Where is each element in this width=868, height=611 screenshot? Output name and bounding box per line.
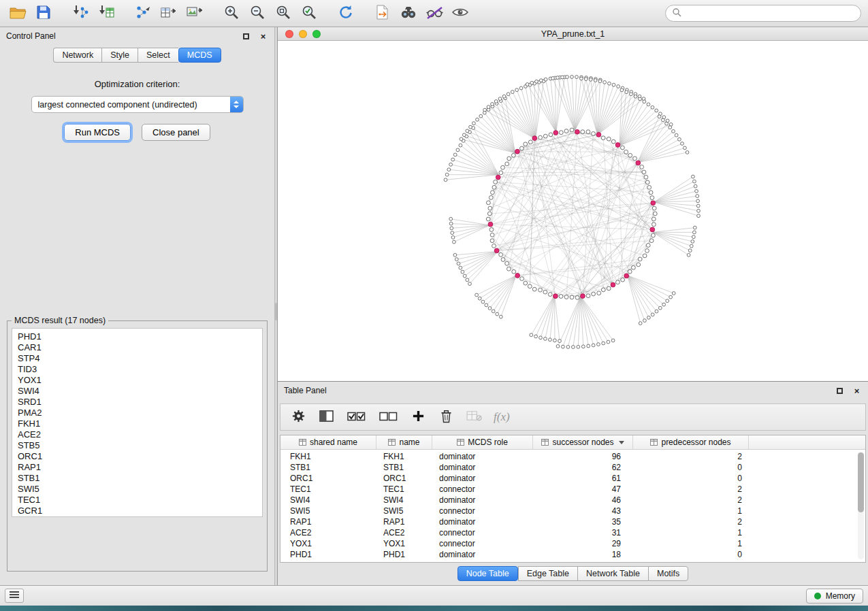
zoom-in-button[interactable]	[221, 3, 242, 24]
table-row[interactable]: ORC1ORC1dominator610	[280, 473, 865, 484]
export-image-button[interactable]	[184, 3, 206, 24]
export-table-button[interactable]	[158, 3, 180, 24]
search-all-button[interactable]	[398, 3, 419, 24]
column-header-MCDS-role[interactable]: MCDS role	[432, 435, 533, 449]
tab-select[interactable]: Select	[138, 48, 178, 63]
table-scrollbar-thumb[interactable]	[858, 452, 864, 512]
result-item[interactable]: PMA2	[18, 408, 262, 418]
tab-node-table[interactable]: Node Table	[457, 566, 518, 581]
network-window-titlebar[interactable]: YPA_prune.txt_1	[278, 27, 868, 41]
table-row[interactable]: YOX1YOX1connector291	[280, 538, 865, 549]
table-row[interactable]: PHD1PHD1dominator180	[280, 549, 865, 560]
table-row[interactable]: SWI4SWI4dominator462	[280, 495, 865, 506]
traffic-green[interactable]	[312, 30, 321, 38]
toolbar-group-export	[132, 3, 206, 24]
search-input[interactable]	[685, 9, 854, 18]
table-row[interactable]: ACE2ACE2connector311	[280, 527, 865, 538]
import-table-icon	[97, 4, 115, 22]
result-item[interactable]: RAP1	[18, 462, 262, 473]
select-all-button[interactable]	[346, 409, 366, 425]
run-mcds-button[interactable]: Run MCDS	[64, 124, 131, 141]
mcds-result-list[interactable]: PHD1CAR1STP4TID3YOX1SWI4SRD1PMA2FKH1ACE2…	[12, 328, 263, 517]
share-file-button[interactable]	[372, 3, 393, 24]
result-item[interactable]: STB5	[18, 440, 262, 451]
panel-menu-button[interactable]	[5, 589, 24, 603]
column-header-name[interactable]: name	[376, 435, 432, 449]
result-item[interactable]: PHD1	[18, 331, 262, 342]
result-item[interactable]: TID3	[18, 364, 262, 375]
table-row[interactable]: STB1STB1dominator620	[280, 462, 865, 473]
result-item[interactable]: SWI5	[18, 484, 262, 495]
column-header-shared-name[interactable]: shared name	[280, 435, 376, 449]
delete-row-button[interactable]	[438, 409, 454, 425]
tab-motifs[interactable]: Motifs	[648, 566, 688, 581]
tab-edge-table[interactable]: Edge Table	[518, 566, 577, 581]
cell-successor-nodes: 61	[533, 474, 633, 483]
save-session-button[interactable]	[33, 3, 54, 24]
mcds-result-title: MCDS result (17 nodes)	[12, 316, 108, 325]
cell-shared-name: TEC1	[280, 484, 376, 494]
network-canvas[interactable]	[278, 41, 868, 381]
tab-network-table[interactable]: Network Table	[577, 566, 648, 581]
table-row[interactable]: FKH1FKH1dominator962	[280, 451, 865, 462]
show-columns-button[interactable]	[318, 409, 334, 425]
table-scrollbar[interactable]	[858, 452, 864, 559]
open-file-button[interactable]	[7, 3, 29, 24]
tab-style[interactable]: Style	[101, 48, 138, 63]
result-item[interactable]: GCR1	[18, 506, 262, 516]
result-item[interactable]: CAR1	[18, 342, 262, 353]
deselect-all-button[interactable]	[378, 409, 398, 425]
close-panel-button[interactable]: ×	[258, 31, 268, 42]
export-network-button[interactable]	[132, 3, 154, 24]
close-panel-button-mcds[interactable]: Close panel	[142, 124, 210, 141]
sort-caret-icon[interactable]	[619, 441, 624, 444]
column-label: shared name	[310, 437, 357, 447]
result-item[interactable]: SRD1	[18, 397, 262, 408]
table-row[interactable]: SWI5SWI5connector431	[280, 506, 865, 516]
column-header-successor-nodes[interactable]: successor nodes	[533, 435, 633, 449]
function-builder-button[interactable]: f(x)	[494, 410, 510, 424]
traffic-red[interactable]	[285, 30, 293, 38]
memory-button[interactable]: Memory	[806, 589, 863, 604]
add-row-button[interactable]	[410, 409, 426, 425]
tab-network[interactable]: Network	[53, 48, 101, 63]
cell-name: SWI5	[376, 506, 432, 516]
toolbar-group-refresh	[335, 3, 357, 24]
hide-details-button[interactable]	[423, 3, 445, 24]
zoom-fit-button[interactable]	[272, 3, 294, 24]
control-panel-header: Control Panel ×	[0, 27, 274, 45]
result-item[interactable]: STP4	[18, 353, 262, 364]
export-image-icon	[186, 4, 204, 22]
search-box[interactable]	[665, 5, 861, 22]
column-header-predecessor-nodes[interactable]: predecessor nodes	[633, 435, 749, 449]
refresh-button[interactable]	[335, 3, 357, 24]
float-table-panel-button[interactable]	[835, 386, 845, 396]
table-panel-title: Table Panel	[284, 386, 327, 395]
zoom-selected-button[interactable]	[298, 3, 320, 24]
result-item[interactable]: FKH1	[18, 418, 262, 429]
result-item[interactable]: SWI4	[18, 386, 262, 397]
cell-successor-nodes: 18	[533, 550, 633, 559]
show-details-button[interactable]	[449, 3, 471, 24]
zoom-out-button[interactable]	[246, 3, 268, 24]
import-table-button[interactable]	[95, 3, 117, 24]
result-item[interactable]: STB1	[18, 473, 262, 484]
close-table-panel-button[interactable]: ×	[852, 386, 862, 396]
table-row[interactable]: RAP1RAP1dominator352	[280, 516, 865, 527]
glasses-slash-icon	[425, 4, 443, 22]
cell-MCDS-role: dominator	[432, 550, 533, 559]
cell-successor-nodes: 29	[533, 539, 633, 548]
float-panel-button[interactable]	[241, 31, 251, 42]
node-table-body[interactable]: FKH1FKH1dominator962STB1STB1dominator620…	[280, 450, 865, 562]
traffic-yellow[interactable]	[299, 30, 307, 38]
result-item[interactable]: YOX1	[18, 375, 262, 386]
result-item[interactable]: ORC1	[18, 451, 262, 462]
table-settings-button[interactable]	[290, 409, 306, 425]
float-icon	[837, 388, 843, 394]
table-row[interactable]: TEC1TEC1connector472	[280, 484, 865, 495]
optimization-criterion-select[interactable]: largest connected component (undirected)	[31, 96, 244, 113]
result-item[interactable]: TEC1	[18, 495, 262, 506]
tab-mcds[interactable]: MCDS	[178, 48, 221, 63]
import-network-button[interactable]	[69, 3, 91, 24]
result-item[interactable]: ACE2	[18, 429, 262, 440]
